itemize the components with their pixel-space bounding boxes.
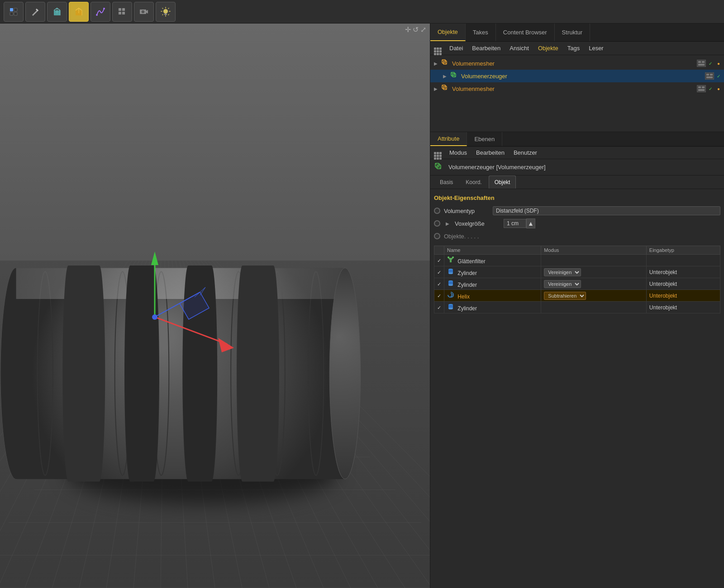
- subtab-objekt[interactable]: Objekt: [489, 175, 516, 189]
- zylinder2-icon: [447, 280, 454, 287]
- check-indicator-1: ✓: [707, 60, 714, 67]
- row-name-3: Zylinder: [444, 278, 541, 290]
- grid-tool-button[interactable]: [112, 2, 132, 22]
- tab-ebenen[interactable]: Ebenen: [467, 132, 502, 146]
- table-row-glattenfilter[interactable]: ✓ Glättenfilter: [434, 255, 720, 266]
- spline-tool-button[interactable]: [90, 2, 110, 22]
- menu-ansicht[interactable]: Ansicht: [506, 44, 533, 52]
- attr-obj-icon: [434, 162, 445, 173]
- tab-takes[interactable]: Takes: [466, 24, 496, 41]
- subtab-basis[interactable]: Basis: [434, 175, 459, 189]
- tab-struktur[interactable]: Struktur: [555, 24, 591, 41]
- visibility-box-2[interactable]: [705, 72, 714, 80]
- obj-indicators-vol2: ✓: [705, 72, 722, 80]
- svg-rect-11: [122, 12, 125, 14]
- attr-menu-benutzer[interactable]: Benutzer: [510, 148, 541, 157]
- tab-attribute[interactable]: Attribute: [430, 132, 467, 146]
- viewport[interactable]: ✛ ↺ ⤢: [0, 24, 430, 588]
- obj-icon-vol2: [450, 71, 459, 81]
- svg-rect-24: [702, 61, 705, 63]
- objekte-radio[interactable]: [434, 233, 440, 239]
- row-check-2: ✓: [434, 266, 444, 278]
- svg-rect-42: [702, 86, 705, 88]
- svg-point-50: [448, 256, 449, 258]
- row-check-3: ✓: [434, 278, 444, 290]
- main-area: ✛ ↺ ⤢ Objekte Takes Content Browser Stru…: [0, 24, 724, 588]
- attr-menu-modus[interactable]: Modus: [446, 148, 471, 157]
- row-name-5: Zylinder: [444, 302, 541, 313]
- check-indicator-3: ✓: [707, 85, 714, 92]
- modus-select-2[interactable]: Vereinigen: [544, 268, 581, 276]
- row-modus-4: Subtrahieren: [541, 290, 647, 302]
- section-title: Objekt-Eigenschaften: [434, 194, 720, 201]
- voxelgrosse-up[interactable]: ▲: [526, 218, 535, 228]
- tab-objekte[interactable]: Objekte: [430, 24, 466, 41]
- menu-datei[interactable]: Datei: [446, 44, 467, 52]
- voxelgrosse-radio[interactable]: [434, 220, 440, 227]
- svg-rect-0: [10, 8, 13, 11]
- volumentyp-radio[interactable]: [434, 208, 440, 214]
- object-row-vol1[interactable]: ▶ Volumenmesher: [430, 57, 724, 70]
- expand-icon-3[interactable]: ▶: [432, 85, 439, 92]
- objects-table-body: ✓ Glättenfilter: [434, 255, 720, 313]
- visibility-box-1[interactable]: [697, 60, 706, 67]
- table-row-helix[interactable]: ✓ Helix: [434, 290, 720, 302]
- obj-indicators-vol3: ✓ ●: [697, 85, 722, 92]
- svg-rect-25: [698, 64, 705, 66]
- svg-point-14: [143, 11, 144, 12]
- objekte-label: Objekte. . . . .: [444, 233, 489, 240]
- subtab-koord[interactable]: Koord.: [460, 175, 487, 189]
- table-row-zylinder1[interactable]: ✓ Zylinder: [434, 266, 720, 278]
- menu-leser[interactable]: Leser: [585, 44, 607, 52]
- obj-icon-vol1: [441, 59, 450, 68]
- svg-rect-16: [164, 14, 167, 15]
- expand-icon-2[interactable]: ▶: [441, 72, 448, 80]
- attr-menu-bearbeiten[interactable]: Bearbeiten: [472, 148, 508, 157]
- svg-rect-33: [710, 74, 713, 76]
- attr-menu-bar: Modus Bearbeiten Benutzer: [430, 147, 724, 159]
- move-tool-button[interactable]: [4, 2, 24, 22]
- scale-tool-button[interactable]: [69, 2, 89, 22]
- camera-tool-button[interactable]: [134, 2, 154, 22]
- table-row-zylinder2[interactable]: ✓ Zylinder: [434, 278, 720, 290]
- viewport-rotate-icon[interactable]: ↺: [413, 25, 419, 34]
- svg-rect-9: [122, 8, 125, 11]
- menu-tags[interactable]: Tags: [564, 44, 583, 52]
- object-row-vol3[interactable]: ▶ Volumenmesher: [430, 82, 724, 95]
- voxelgrosse-input[interactable]: 1 cm: [504, 219, 526, 228]
- expand-icon-1[interactable]: ▶: [432, 60, 439, 67]
- menu-objekte[interactable]: Objekte: [534, 44, 562, 52]
- right-panel: Objekte Takes Content Browser Struktur D…: [430, 24, 724, 588]
- light-tool-button[interactable]: [156, 2, 176, 22]
- row-name-1: Glättenfilter: [444, 255, 541, 266]
- svg-rect-32: [706, 74, 709, 76]
- glattenfilter-icon: [447, 256, 454, 263]
- voxelgrosse-stepper[interactable]: 1 cm ▲: [504, 218, 535, 228]
- object-row-vol2[interactable]: ▶ Volumenerzeuger: [430, 70, 724, 82]
- svg-point-57: [448, 284, 453, 286]
- objects-table: Name Modus Eingabetyp ✓: [434, 246, 720, 313]
- pen-tool-button[interactable]: [25, 2, 45, 22]
- zylinder3-icon: [447, 303, 454, 310]
- row-modus-2: Vereinigen: [541, 266, 647, 278]
- visibility-box-3[interactable]: [697, 85, 706, 92]
- attr-menu-grid-icon: [434, 149, 442, 157]
- modus-select-3[interactable]: Vereinigen: [544, 280, 581, 288]
- viewport-resize-icon[interactable]: ⤢: [420, 25, 426, 34]
- table-row-zylinder3[interactable]: ✓ Zylinder: [434, 302, 720, 313]
- zylinder1-icon: [447, 268, 454, 275]
- svg-point-54: [448, 272, 453, 274]
- prop-objekte: Objekte. . . . .: [434, 230, 720, 242]
- row-check-4: ✓: [434, 290, 444, 302]
- modus-select-4[interactable]: Subtrahieren: [544, 292, 586, 300]
- voxelgrosse-label: Voxelgröße: [455, 220, 500, 227]
- box-tool-button[interactable]: [47, 2, 67, 22]
- attr-sub-tabs-bar: Basis Koord. Objekt: [430, 175, 724, 189]
- voxelgrosse-expand[interactable]: ▶: [444, 220, 451, 227]
- svg-rect-8: [119, 8, 121, 11]
- menu-bearbeiten[interactable]: Bearbeiten: [468, 44, 504, 52]
- row-name-2: Zylinder: [444, 266, 541, 278]
- viewport-move-icon[interactable]: ✛: [405, 25, 411, 34]
- tab-content-browser[interactable]: Content Browser: [496, 24, 555, 41]
- row-eingabe-1: [646, 255, 720, 266]
